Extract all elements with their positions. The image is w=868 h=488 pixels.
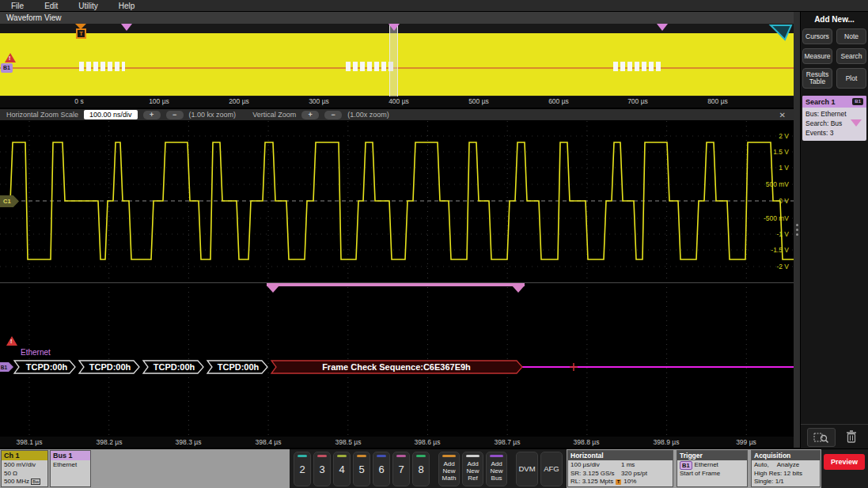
add-new-bus-button[interactable]: AddNewBus (486, 452, 507, 486)
dvm-button[interactable]: DVM (516, 452, 538, 486)
axis-tick: 398.4 µs (246, 438, 290, 446)
horizontal-zoom-scale-label: Horizontal Zoom Scale (6, 111, 78, 119)
axis-tick: 0 s (57, 97, 101, 105)
trigger-source: Ethernet (695, 461, 718, 470)
zoom-window-indicator[interactable] (389, 24, 398, 108)
vertical-zoom-label: Vertical Zoom (252, 111, 296, 119)
bus1-settings-tile[interactable]: Bus 1 Ethernet (51, 451, 90, 486)
bus-packet: TCPD:00h (154, 362, 195, 372)
vzoom-minus-button[interactable]: − (324, 111, 342, 119)
search-span-end-icon[interactable] (512, 286, 525, 293)
draw-a-box-zoom-icon[interactable] (768, 24, 793, 41)
vzoom-plus-button[interactable]: + (301, 111, 319, 119)
menu-file[interactable]: File (11, 2, 24, 10)
search-event-marker-icon[interactable] (121, 24, 132, 31)
svg-text:B1: B1 (1, 365, 8, 370)
channel-5-button[interactable]: 5 (353, 452, 370, 486)
search1-bus-line: Bus: Ethernet (805, 109, 863, 119)
oscilloscope-app: File Edit Utility Help Waveform View T !… (0, 0, 868, 488)
search-span-start-icon[interactable] (267, 286, 279, 293)
channel-4-button[interactable]: 4 (333, 452, 351, 486)
trigger-source-badge: B1 (680, 461, 692, 470)
axis-tick: 500 µs (457, 97, 501, 105)
hzoom-plus-button[interactable]: + (143, 111, 161, 119)
axis-tick: 398.7 µs (485, 438, 529, 446)
ch1-tile-header: Ch 1 (2, 451, 47, 460)
trigger-panel-title: Trigger (677, 451, 747, 460)
acquisition-panel-title: Acquisition (752, 451, 820, 460)
results-table-button[interactable]: Results Table (802, 68, 832, 89)
bus-packet: TCPD:00h (26, 362, 68, 372)
menu-edit[interactable]: Edit (44, 2, 58, 10)
bus1-type: Ethernet (53, 461, 88, 470)
ch1-settings-tile[interactable]: Ch 1 500 mV/div 50 Ω 500 MHzBw (2, 451, 47, 486)
axis-tick: 398.3 µs (166, 438, 210, 446)
horizontal-settings-panel[interactable]: Horizontal 100 µs/div1 ms SR: 3.125 GS/s… (568, 451, 673, 486)
plot-button[interactable]: Plot (836, 68, 866, 89)
axis-tick: 400 µs (377, 97, 421, 105)
channel-6-button[interactable]: 6 (373, 452, 390, 486)
record-overview: T ! B1 0 s 100 µs 200 µs 300 µs 400 µs 5… (0, 24, 794, 108)
volt-tick: 1 V (752, 164, 789, 172)
afg-button[interactable]: AFG (540, 452, 563, 486)
search1-result-card[interactable]: Search 1 B1 Bus: Ethernet Search: Bus Ev… (802, 96, 866, 141)
bus-decode-row[interactable]: B1 TCPD:00h TCPD:00h TCPD:00h TCPD:00h F… (0, 359, 794, 375)
menu-utility[interactable]: Utility (78, 2, 97, 10)
channel-3-button[interactable]: 3 (313, 452, 331, 486)
bus1-tile-header: Bus 1 (51, 451, 90, 460)
warning-icon: ! (5, 53, 16, 62)
add-new-ref-button[interactable]: AddNewRef (462, 452, 483, 486)
search1-title: Search 1 (805, 98, 836, 106)
volt-tick: 1.5 V (752, 148, 789, 156)
volt-tick: 0 V (752, 197, 789, 205)
channel-8-button[interactable]: 8 (412, 452, 430, 486)
trigger-settings-panel[interactable]: Trigger B1Ethernet Start of Frame (677, 451, 747, 486)
bandwidth-limit-icon: Bw (31, 479, 40, 485)
axis-tick: 800 µs (696, 97, 740, 105)
cursors-button[interactable]: Cursors (802, 28, 832, 44)
ch1-termination: 50 Ω (4, 470, 45, 479)
bus1-overview-badge[interactable]: B1 (1, 63, 13, 73)
search-mark-icon (851, 119, 862, 127)
channel-buttons-panel: 2 3 4 5 6 7 8 AddNewMath AddNewRef AddNe… (290, 449, 567, 488)
search-event-marker-icon[interactable] (657, 24, 668, 31)
menu-help[interactable]: Help (119, 2, 135, 10)
panel-splitter-handle[interactable] (794, 12, 800, 448)
acquisition-settings-panel[interactable]: Acquisition Auto,Analyze High Res: 12 bi… (752, 451, 820, 486)
note-button[interactable]: Note (836, 28, 866, 44)
axis-tick: 600 µs (536, 97, 581, 105)
waveform-view-tab[interactable]: Waveform View (0, 12, 794, 24)
add-new-title: Add New... (801, 15, 868, 24)
zoom-controls-bar: Horizontal Zoom Scale 100.00 ns/div + − … (0, 108, 794, 121)
bus-activity-marker (79, 62, 125, 71)
volt-tick: -1.5 V (752, 246, 789, 254)
trigger-position-icon: T (616, 479, 621, 485)
delete-search-button[interactable] (846, 429, 857, 446)
axis-tick: 398.6 µs (405, 438, 449, 446)
axis-tick: 398.2 µs (87, 438, 131, 446)
axis-tick: 399 µs (724, 438, 768, 446)
channel-7-button[interactable]: 7 (392, 452, 410, 486)
results-sidebar: Add New... Cursors Note Measure Search R… (800, 12, 868, 448)
hzoom-minus-button[interactable]: − (166, 111, 184, 119)
volt-tick: 2 V (752, 132, 789, 140)
volt-tick: 500 mV (752, 180, 789, 188)
box-zoom-magnifier-icon (813, 432, 829, 444)
axis-tick: 700 µs (616, 97, 660, 105)
horizontal-zoom-scale-value[interactable]: 100.00 ns/div (84, 110, 138, 119)
hzoom-factor-label: (1.00 kx zoom) (189, 111, 237, 119)
search-event-marker-icon[interactable] (389, 24, 400, 31)
axis-tick: 200 µs (217, 97, 261, 105)
trigger-t-marker[interactable]: T (76, 28, 86, 39)
measure-button[interactable]: Measure (802, 48, 832, 64)
channel-2-button[interactable]: 2 (294, 452, 311, 486)
menu-bar: File Edit Utility Help (0, 0, 868, 12)
search-button[interactable]: Search (836, 48, 866, 64)
preview-button[interactable]: Preview (824, 454, 865, 470)
close-zoom-icon[interactable]: ✕ (779, 111, 786, 119)
ch1-trace (0, 142, 794, 259)
zoom-to-search-button[interactable] (807, 428, 836, 447)
trash-icon (846, 429, 857, 443)
axis-tick: 398.5 µs (326, 438, 370, 446)
add-new-math-button[interactable]: AddNewMath (438, 452, 460, 486)
